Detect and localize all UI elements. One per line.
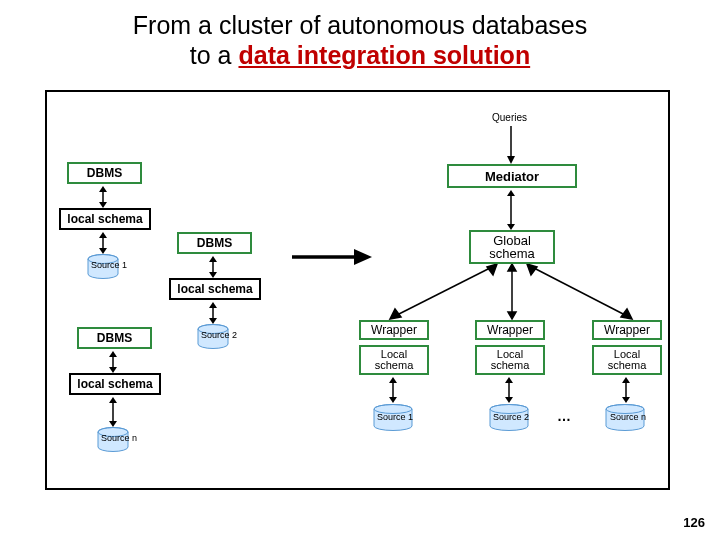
local-schema-box-3: local schema (69, 373, 161, 395)
local-schema-box-1: local schema (59, 208, 151, 230)
dbms-box-2: DBMS (177, 232, 252, 254)
local-schema-rn: Localschema (592, 345, 662, 375)
svg-marker-44 (505, 377, 513, 383)
svg-marker-45 (505, 397, 513, 403)
svg-marker-42 (389, 397, 397, 403)
double-arrow-icon (503, 377, 515, 403)
double-arrow-icon (107, 351, 119, 373)
svg-marker-47 (622, 377, 630, 383)
title-line1: From a cluster of autonomous databases (133, 11, 587, 39)
svg-marker-29 (507, 190, 515, 196)
svg-marker-48 (622, 397, 630, 403)
title-line2a: to a (190, 41, 239, 69)
svg-marker-25 (354, 249, 372, 265)
svg-marker-27 (507, 156, 515, 164)
r-sourcen-label: Source n (610, 412, 646, 422)
r-source2-label: Source 2 (493, 412, 529, 422)
global-schema-box: Globalschema (469, 230, 555, 264)
svg-marker-1 (99, 186, 107, 192)
slide-number: 126 (683, 515, 705, 530)
svg-line-37 (532, 267, 627, 316)
wrapper-box-1: Wrapper (359, 320, 429, 340)
svg-marker-35 (508, 264, 516, 271)
wrapper-box-2: Wrapper (475, 320, 545, 340)
queries-label: Queries (492, 112, 527, 123)
svg-marker-4 (99, 232, 107, 238)
fanout-arrows (377, 264, 637, 324)
sourcen-label-left: Source n (101, 433, 137, 443)
svg-marker-33 (390, 309, 401, 319)
svg-marker-20 (109, 397, 117, 403)
double-arrow-icon (505, 190, 517, 230)
down-arrow-icon (505, 126, 517, 164)
double-arrow-icon (207, 256, 219, 278)
diagram-frame: DBMS local schema Source 1 DBMS local sc… (45, 90, 670, 490)
svg-marker-17 (109, 351, 117, 357)
ellipsis: … (557, 408, 571, 424)
slide-title: From a cluster of autonomous databases t… (0, 0, 720, 70)
svg-marker-9 (209, 256, 217, 262)
mediator-box: Mediator (447, 164, 577, 188)
double-arrow-icon (97, 232, 109, 254)
dbms-box-1: DBMS (67, 162, 142, 184)
svg-marker-12 (209, 302, 217, 308)
double-arrow-icon (620, 377, 632, 403)
dbms-box-3: DBMS (77, 327, 152, 349)
r-source1-label: Source 1 (377, 412, 413, 422)
svg-marker-41 (389, 377, 397, 383)
source1-label: Source 1 (91, 260, 127, 270)
local-schema-r2: Localschema (475, 345, 545, 375)
double-arrow-icon (387, 377, 399, 403)
svg-marker-36 (508, 312, 516, 319)
svg-marker-32 (487, 264, 497, 275)
svg-line-31 (395, 267, 492, 316)
local-schema-r1: Localschema (359, 345, 429, 375)
wrapper-box-n: Wrapper (592, 320, 662, 340)
title-emphasis: data integration solution (238, 41, 530, 69)
double-arrow-icon (97, 186, 109, 208)
source2-label: Source 2 (201, 330, 237, 340)
transition-arrow-icon (292, 247, 372, 267)
svg-marker-38 (527, 264, 537, 275)
local-schema-box-2: local schema (169, 278, 261, 300)
double-arrow-icon (107, 397, 119, 427)
double-arrow-icon (207, 302, 219, 324)
svg-marker-39 (621, 309, 632, 319)
